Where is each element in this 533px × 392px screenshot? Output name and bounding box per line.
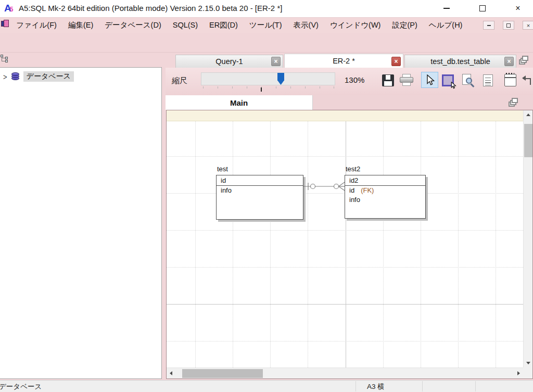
er-toolbar: 縮尺 130% (166, 68, 533, 95)
save-icon (382, 74, 394, 86)
entity-title[interactable]: test2 (346, 165, 360, 173)
entity-pk-row[interactable]: id2 (345, 175, 425, 186)
grid-line (458, 121, 459, 368)
tree-item-database[interactable]: > データベース (0, 71, 74, 82)
menu-edit[interactable]: 編集(E) (62, 18, 99, 33)
er-canvas-area: test id info test2 id2 id(FK) info (166, 110, 533, 379)
entity-pk-row[interactable]: id (217, 175, 303, 186)
tab-test-db-test-table[interactable]: test_db.test_table × (404, 55, 516, 68)
scale-label: 縮尺 (172, 76, 187, 86)
menu-window[interactable]: ウインドウ(W) (324, 18, 387, 33)
mdi-restore-icon (506, 23, 511, 28)
scroll-up-arrow[interactable] (526, 113, 530, 116)
expander-chevron-icon[interactable]: > (3, 72, 7, 81)
scroll-right-arrow[interactable] (517, 371, 520, 375)
horizontal-scrollbar[interactable] (167, 368, 523, 378)
mdi-close-button[interactable]: × (523, 21, 533, 30)
mdi-close-icon: × (527, 22, 530, 29)
database-tree-panel: > データベース (0, 67, 162, 379)
page-tab-main[interactable]: Main (166, 95, 313, 110)
grid-line (167, 156, 523, 157)
menu-list: ファイル(F) 編集(E) データベース(D) SQL(S) ER図(D) ツー… (10, 18, 468, 33)
app-window: A5 A5:SQL Mk-2 64bit edition (Portable m… (0, 0, 533, 392)
entity-test[interactable]: id info (216, 175, 303, 220)
rect-select-icon (442, 74, 454, 86)
mdi-document-icon[interactable] (1, 20, 9, 29)
menu-tools[interactable]: ツール(T) (244, 18, 288, 33)
menu-file[interactable]: ファイル(F) (10, 18, 62, 33)
status-separator (475, 381, 476, 391)
zoom-value: 130% (345, 75, 364, 84)
mdi-restore-button[interactable] (503, 21, 514, 30)
grid-line (308, 121, 308, 368)
mdi-minimize-icon (487, 25, 491, 26)
close-button[interactable]: × (506, 0, 529, 17)
tab-er-2[interactable]: ER-2 * × (284, 54, 403, 68)
page-tab-label: Main (230, 98, 248, 107)
entity-test2[interactable]: id2 id(FK) info (345, 175, 426, 219)
vertical-scroll-thumb[interactable] (524, 124, 532, 157)
save-button[interactable] (381, 73, 395, 87)
status-separator (422, 381, 423, 391)
menu-settings[interactable]: 設定(P) (386, 18, 423, 33)
page-boundary-line (167, 304, 523, 305)
status-database-label: データベース (0, 382, 42, 391)
grid-line (233, 121, 233, 368)
main-toolbar: ⚙ @ ★ ? (0, 33, 533, 53)
tab-label: test_db.test_table (430, 57, 490, 66)
tab-close-button[interactable]: × (504, 57, 514, 66)
relationship-connector[interactable] (299, 178, 349, 195)
zoom-document-icon (462, 74, 475, 86)
page-list-button[interactable] (509, 98, 519, 107)
tab-close-button[interactable]: × (391, 57, 401, 66)
fk-badge: (FK) (361, 186, 374, 194)
corner-arrow-button[interactable] (521, 73, 532, 87)
status-paper-size: A3 横 (367, 382, 385, 391)
er-canvas[interactable]: test id info test2 id2 id(FK) info (167, 110, 523, 368)
tab-list-button[interactable] (519, 56, 529, 65)
minimize-button[interactable] (435, 0, 458, 17)
entity-column-row[interactable]: info (217, 186, 303, 195)
entity-column-row[interactable]: info (345, 195, 425, 205)
menu-sql[interactable]: SQL(S) (167, 18, 204, 33)
scroll-left-arrow[interactable] (170, 371, 172, 375)
titlebar: A5 A5:SQL Mk-2 64bit edition (Portable m… (0, 0, 533, 17)
page-margin-strip (167, 110, 523, 121)
horizontal-scroll-thumb[interactable] (182, 369, 263, 378)
menubar: ファイル(F) 編集(E) データベース(D) SQL(S) ER図(D) ツー… (0, 17, 533, 33)
menu-er-diagram[interactable]: ER図(D) (204, 18, 244, 33)
notepad-icon (504, 74, 516, 86)
menu-help[interactable]: ヘルプ(H) (423, 18, 468, 33)
status-separator (356, 381, 356, 391)
vertical-scrollbar[interactable] (523, 110, 532, 368)
tab-label: Query-1 (215, 57, 243, 66)
notepad-button[interactable] (502, 72, 518, 88)
window-title: A5:SQL Mk-2 64bit edition (Portable mode… (19, 4, 282, 12)
grid-line (270, 121, 271, 368)
rect-select-tool-button[interactable] (440, 73, 455, 88)
menu-database[interactable]: データベース(D) (99, 18, 167, 33)
entity-list-button[interactable] (480, 73, 495, 87)
zoom-default-mark (261, 87, 262, 92)
print-button[interactable] (399, 73, 414, 87)
tree-item-label[interactable]: データベース (23, 71, 74, 82)
entity-column-row[interactable]: id(FK) (345, 186, 425, 195)
tab-query-1[interactable]: Query-1 × (175, 55, 283, 68)
cursor-icon (425, 74, 435, 86)
entity-title[interactable]: test (217, 165, 228, 173)
tab-close-button[interactable]: × (271, 57, 281, 66)
mdi-minimize-button[interactable] (483, 21, 494, 30)
scroll-down-arrow[interactable] (526, 362, 530, 364)
maximize-button[interactable] (471, 0, 494, 17)
tab-label: ER-2 * (333, 57, 355, 65)
database-icon (11, 72, 20, 81)
page-tab-strip (313, 95, 533, 110)
tree-view-icon[interactable] (1, 55, 8, 62)
corner-arrow-icon (523, 78, 531, 85)
select-tool-button[interactable] (421, 72, 438, 88)
zoom-preview-button[interactable] (461, 73, 476, 87)
menu-view[interactable]: 表示(V) (288, 18, 324, 33)
scrollbar-corner (523, 368, 532, 378)
cascade-windows-icon (519, 56, 529, 65)
zoom-slider-track[interactable] (201, 72, 335, 85)
